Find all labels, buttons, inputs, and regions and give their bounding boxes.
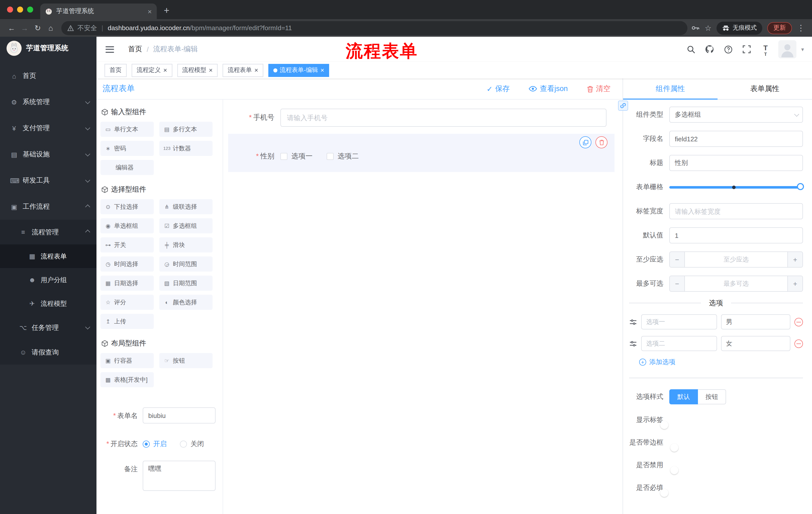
option-value-input[interactable]	[721, 314, 790, 329]
plus-button[interactable]: +	[787, 252, 803, 267]
minus-button[interactable]: −	[670, 276, 685, 291]
tab-close-icon[interactable]: ×	[148, 8, 152, 15]
view-json-button[interactable]: 查看json	[529, 84, 568, 93]
help-icon[interactable]	[723, 44, 734, 55]
palette-item-time-picker[interactable]: ◷时间选择	[100, 256, 154, 272]
reload-icon[interactable]: ↻	[31, 21, 44, 34]
form-name-input[interactable]	[143, 407, 215, 424]
gender-option-2[interactable]: 选项二	[327, 152, 359, 161]
remove-option-button[interactable]	[794, 339, 803, 348]
form-canvas[interactable]: *手机号	[223, 100, 622, 514]
grid-slider[interactable]	[669, 179, 803, 195]
browser-update-button[interactable]: 更新	[767, 22, 792, 34]
user-avatar[interactable]	[779, 40, 797, 58]
palette-item-checkbox-group[interactable]: ☑多选框组	[159, 218, 212, 233]
remove-option-button[interactable]	[794, 318, 803, 326]
phone-field[interactable]: *手机号	[228, 109, 614, 127]
remark-textarea[interactable]: 嘿嘿	[143, 461, 215, 491]
breadcrumb-home[interactable]: 首页	[128, 45, 142, 54]
tag-home[interactable]: 首页	[105, 64, 127, 77]
palette-item-rate[interactable]: ☆评分	[100, 295, 154, 310]
tag-process-form[interactable]: 流程表单×	[223, 64, 263, 77]
avatar-caret-icon[interactable]: ▾	[801, 46, 804, 53]
sidebar-item-infrastructure[interactable]: ▤基础设施	[0, 141, 96, 167]
tag-close-icon[interactable]: ×	[321, 67, 324, 74]
browser-tab-active[interactable]: 芋道管理系统 ×	[40, 3, 157, 19]
sidebar-item-system-management[interactable]: ⚙系统管理	[0, 89, 96, 115]
palette-item-upload[interactable]: ↥上传	[100, 314, 154, 329]
palette-item-date-picker[interactable]: ▦日期选择	[100, 276, 154, 291]
fullscreen-icon[interactable]	[742, 44, 752, 55]
checkbox-icon[interactable]	[280, 153, 287, 160]
default-value-input[interactable]	[669, 227, 803, 243]
forward-icon[interactable]: →	[18, 21, 31, 34]
key-icon[interactable]	[691, 25, 700, 31]
delete-component-button[interactable]	[596, 136, 608, 148]
checkbox-icon[interactable]	[327, 153, 334, 160]
sidebar-item-workflow[interactable]: ▣工作流程	[0, 194, 96, 220]
sidebar-item-process-management[interactable]: ≡流程管理	[0, 220, 96, 244]
component-type-select[interactable]: 多选框组	[669, 107, 803, 123]
palette-item-cascader[interactable]: ⋔级联选择	[159, 199, 212, 214]
phone-input[interactable]	[280, 109, 607, 127]
sidebar-item-user-group[interactable]: ☻用户分组	[0, 268, 96, 292]
label-width-input[interactable]	[669, 203, 803, 219]
palette-item-row-container[interactable]: ▣行容器	[100, 353, 154, 368]
tag-close-icon[interactable]: ×	[163, 67, 167, 74]
tag-process-definition[interactable]: 流程定义×	[132, 64, 172, 77]
palette-item-switch[interactable]: ⊶开关	[100, 237, 154, 252]
tag-process-form-edit[interactable]: 流程表单-编辑×	[268, 64, 329, 77]
link-anchor-icon[interactable]	[618, 101, 628, 111]
address-bar[interactable]: 不安全 | dashboard.yudao.iocoder.cn/bpm/man…	[61, 21, 687, 35]
field-name-input[interactable]	[669, 131, 803, 147]
gender-option-1[interactable]: 选项一	[280, 152, 313, 161]
minus-button[interactable]: −	[670, 252, 685, 267]
tab-component-props[interactable]: 组件属性	[623, 78, 718, 99]
option-label-input[interactable]	[641, 336, 717, 351]
bookmark-star-icon[interactable]: ☆	[705, 23, 712, 32]
palette-item-table-dev[interactable]: ▩表格[开发中]	[100, 372, 154, 387]
copy-component-button[interactable]	[579, 136, 591, 148]
title-input[interactable]	[669, 155, 803, 171]
palette-item-single-line-text[interactable]: ▭单行文本	[100, 122, 154, 137]
palette-item-time-range[interactable]: ◶时间范围	[159, 256, 212, 272]
palette-item-date-range[interactable]: ▧日期范围	[159, 276, 212, 291]
sidebar-item-payment-management[interactable]: ¥支付管理	[0, 115, 96, 141]
tag-close-icon[interactable]: ×	[209, 67, 212, 74]
sidebar-logo[interactable]: 芋道管理系统	[0, 37, 96, 60]
add-option-button[interactable]: + 添加选项	[639, 358, 803, 367]
sidebar-item-process-form[interactable]: ▦流程表单	[0, 244, 96, 268]
search-icon[interactable]	[686, 44, 697, 55]
github-icon[interactable]	[704, 44, 715, 55]
tab-form-props[interactable]: 表单属性	[718, 78, 812, 99]
home-icon[interactable]: ⌂	[44, 21, 57, 34]
option-value-input[interactable]	[721, 336, 790, 351]
drag-handle-icon[interactable]	[629, 340, 637, 347]
style-default-button[interactable]: 默认	[669, 389, 698, 404]
min-select-value[interactable]: 至少应选	[685, 252, 787, 267]
sidebar-item-leave-query[interactable]: ☺请假查询	[0, 340, 96, 364]
tag-process-model[interactable]: 流程模型×	[177, 64, 218, 77]
sidebar-item-process-model[interactable]: ✈流程模型	[0, 292, 96, 315]
gender-field-selected[interactable]: *性别 选项一选项二	[228, 134, 614, 172]
option-label-input[interactable]	[641, 314, 717, 329]
sidebar-item-dev-tools[interactable]: ⌨研发工具	[0, 167, 96, 194]
palette-item-button[interactable]: ☞按钮	[159, 353, 212, 368]
window-zoom-button[interactable]	[27, 6, 33, 12]
palette-item-radio-group[interactable]: ◉单选框组	[100, 218, 154, 233]
plus-button[interactable]: +	[787, 276, 803, 291]
palette-item-slider[interactable]: ╪滑块	[159, 237, 212, 252]
status-on-radio[interactable]: 开启	[143, 439, 167, 449]
palette-item-editor[interactable]: 编辑器	[100, 160, 154, 175]
sidebar-item-task-management[interactable]: ⌥任务管理	[0, 315, 96, 340]
status-off-radio[interactable]: 关闭	[180, 439, 204, 449]
palette-item-multi-line-text[interactable]: ▤多行文本	[159, 122, 212, 137]
slider-knob[interactable]	[797, 183, 804, 190]
new-tab-button[interactable]: +	[164, 5, 169, 16]
sidebar-item-home[interactable]: ⌂首页	[0, 63, 96, 89]
style-button-button[interactable]: 按钮	[698, 389, 726, 404]
window-minimize-button[interactable]	[17, 6, 23, 12]
palette-item-password[interactable]: ∗密码	[100, 141, 154, 156]
clear-button[interactable]: 清空	[587, 84, 610, 93]
max-select-value[interactable]: 最多可选	[685, 276, 787, 291]
